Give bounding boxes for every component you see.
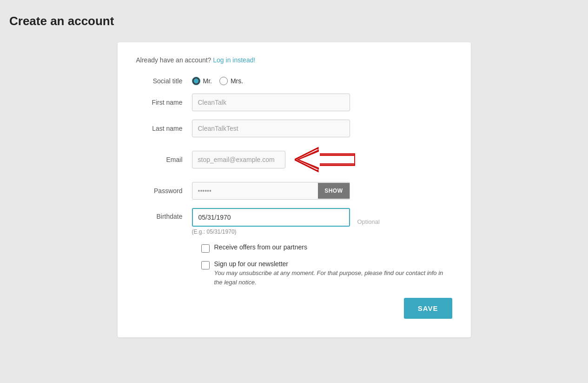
offers-checkbox[interactable]	[201, 244, 210, 253]
red-arrow-icon	[295, 146, 355, 174]
last-name-field	[192, 120, 350, 137]
birthdate-row: Birthdate (E.g.: 05/31/1970) Optional	[136, 208, 452, 235]
birthdate-hint: (E.g.: 05/31/1970)	[192, 228, 350, 235]
email-arrow-indicator	[295, 146, 355, 174]
newsletter-checkbox[interactable]	[201, 261, 210, 269]
show-password-button[interactable]: SHOW	[318, 183, 349, 199]
save-row: SAVE	[136, 298, 452, 319]
save-button[interactable]: SAVE	[404, 298, 452, 319]
mrs-label: Mrs.	[231, 77, 243, 85]
password-label: Password	[136, 187, 192, 195]
optional-label: Optional	[357, 218, 380, 225]
first-name-label: First name	[136, 99, 192, 106]
password-wrapper: SHOW	[192, 182, 350, 200]
last-name-label: Last name	[136, 125, 192, 132]
social-title-label: Social title	[136, 77, 192, 85]
login-link[interactable]: Log in instead!	[213, 56, 255, 64]
social-title-row: Social title Mr. Mrs.	[136, 77, 452, 85]
email-input[interactable]	[192, 151, 285, 168]
newsletter-sub-text: You may unsubscribe at any moment. For t…	[214, 269, 452, 287]
already-have-text: Already have an account? Log in instead!	[136, 56, 452, 64]
last-name-input[interactable]	[192, 120, 350, 137]
mrs-radio-label[interactable]: Mrs.	[219, 77, 243, 85]
first-name-field	[192, 94, 350, 111]
offers-label: Receive offers from our partners	[214, 243, 308, 251]
mr-radio-label[interactable]: Mr.	[192, 77, 212, 85]
email-label: Email	[136, 156, 192, 163]
first-name-row: First name	[136, 94, 452, 111]
page-title: Create an account	[9, 9, 579, 33]
mrs-radio[interactable]	[219, 77, 228, 85]
email-row: Email	[136, 146, 452, 174]
newsletter-checkbox-row: Sign up for our newsletter You may unsub…	[201, 260, 452, 287]
last-name-row: Last name	[136, 120, 452, 137]
newsletter-label-wrapper: Sign up for our newsletter You may unsub…	[214, 260, 452, 287]
mr-label: Mr.	[203, 77, 212, 85]
email-field	[192, 151, 285, 168]
password-row: Password SHOW	[136, 182, 452, 200]
newsletter-label: Sign up for our newsletter	[214, 260, 452, 268]
password-field: SHOW	[192, 182, 350, 200]
offers-checkbox-row: Receive offers from our partners	[201, 243, 452, 253]
first-name-input[interactable]	[192, 94, 350, 111]
social-title-options: Mr. Mrs.	[192, 77, 244, 85]
birthdate-field: (E.g.: 05/31/1970)	[192, 208, 350, 235]
registration-card: Already have an account? Log in instead!…	[118, 42, 471, 337]
birthdate-label: Birthdate	[136, 208, 192, 220]
email-field-wrapper	[192, 146, 355, 174]
birthdate-input[interactable]	[192, 208, 350, 227]
mr-radio[interactable]	[192, 77, 200, 85]
password-input[interactable]	[192, 182, 318, 199]
